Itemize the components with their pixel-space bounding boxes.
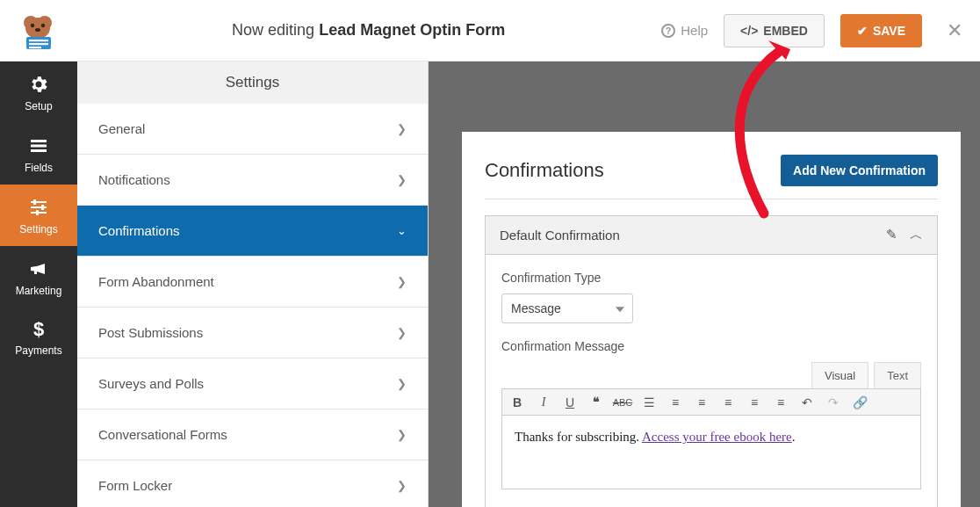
bullet-list-icon[interactable]: ☰ <box>641 395 657 409</box>
nav-fields[interactable]: Fields <box>0 123 77 185</box>
save-button[interactable]: ✔ SAVE <box>840 14 922 47</box>
message-link[interactable]: Access your free ebook here <box>642 430 792 444</box>
embed-button[interactable]: </> EMBED <box>724 14 825 47</box>
settings-item-label: Form Abandonment <box>98 274 214 289</box>
svg-rect-16 <box>33 199 36 205</box>
settings-item-form-abandonment[interactable]: Form Abandonment ❯ <box>77 257 428 308</box>
sliders-icon <box>28 197 49 218</box>
nav-marketing-label: Marketing <box>16 285 62 297</box>
collapse-icon[interactable]: ︿ <box>910 227 923 243</box>
confirmation-header[interactable]: Default Confirmation ✎ ︿ <box>486 216 937 255</box>
nav-setup[interactable]: Setup <box>0 62 77 123</box>
editing-title: Now editing Lead Magnet Optin Form <box>76 21 661 40</box>
settings-panel: Settings General ❯ Notifications ❯ Confi… <box>77 62 429 507</box>
settings-item-label: Surveys and Polls <box>98 376 204 391</box>
chevron-down-icon: ⌄ <box>397 224 407 237</box>
svg-point-3 <box>31 23 34 26</box>
edit-icon[interactable]: ✎ <box>886 227 897 243</box>
chevron-right-icon: ❯ <box>397 122 407 135</box>
bullhorn-icon <box>28 258 49 279</box>
align-left-icon[interactable]: ≡ <box>694 395 710 409</box>
svg-rect-14 <box>31 206 47 208</box>
svg-rect-18 <box>36 210 39 215</box>
italic-icon[interactable]: I <box>536 395 551 409</box>
message-suffix: . <box>792 430 796 444</box>
main-content: Confirmations Add New Confirmation Defau… <box>429 62 980 507</box>
chevron-right-icon: ❯ <box>397 326 407 339</box>
save-label: SAVE <box>873 24 905 38</box>
check-icon: ✔ <box>857 24 868 38</box>
settings-item-confirmations[interactable]: Confirmations ⌄ <box>77 206 428 257</box>
align-justify-icon[interactable]: ≡ <box>773 395 789 409</box>
bold-icon[interactable]: B <box>509 395 525 409</box>
svg-rect-7 <box>29 40 48 41</box>
strike-icon[interactable]: ABC <box>615 397 631 408</box>
settings-item-label: General <box>98 121 145 136</box>
svg-rect-13 <box>31 201 47 203</box>
help-link[interactable]: ? Help <box>661 23 708 38</box>
form-name: Lead Magnet Optin Form <box>319 21 505 39</box>
editing-label: Now editing <box>232 21 314 39</box>
confirmations-card: Confirmations Add New Confirmation Defau… <box>462 132 961 507</box>
settings-item-form-locker[interactable]: Form Locker ❯ <box>77 460 428 507</box>
nav-fields-label: Fields <box>25 162 53 174</box>
undo-icon[interactable]: ↶ <box>799 395 815 409</box>
nav-payments-label: Payments <box>15 344 61 357</box>
close-icon[interactable]: ✕ <box>947 19 962 42</box>
settings-item-post-submissions[interactable]: Post Submissions ❯ <box>77 308 428 359</box>
code-icon: </> <box>740 24 758 38</box>
svg-point-5 <box>35 28 40 32</box>
svg-rect-11 <box>31 145 47 148</box>
settings-item-notifications[interactable]: Notifications ❯ <box>77 155 428 206</box>
nav-setup-label: Setup <box>25 100 52 112</box>
nav-payments[interactable]: $ Payments <box>0 308 77 367</box>
align-center-icon[interactable]: ≡ <box>720 395 736 409</box>
confirmation-title: Default Confirmation <box>500 228 620 243</box>
embed-label: EMBED <box>763 24 808 38</box>
chevron-right-icon: ❯ <box>397 275 407 288</box>
svg-point-4 <box>41 23 45 26</box>
settings-item-label: Post Submissions <box>98 325 203 340</box>
underline-icon[interactable]: U <box>562 395 578 409</box>
confirmation-message-label: Confirmation Message <box>501 339 921 353</box>
help-icon: ? <box>661 24 675 38</box>
settings-list: General ❯ Notifications ❯ Confirmations … <box>77 104 428 507</box>
nav-settings[interactable]: Settings <box>0 185 77 246</box>
editor-tab-text[interactable]: Text <box>874 362 921 388</box>
gear-icon <box>28 74 49 95</box>
settings-item-general[interactable]: General ❯ <box>77 104 428 155</box>
settings-item-surveys-polls[interactable]: Surveys and Polls ❯ <box>77 359 428 409</box>
settings-item-label: Confirmations <box>98 223 180 238</box>
add-new-confirmation-button[interactable]: Add New Confirmation <box>781 155 938 186</box>
page-heading: Confirmations <box>485 159 604 182</box>
help-label: Help <box>681 23 708 38</box>
confirmation-type-select[interactable]: Message <box>501 293 633 323</box>
nav-marketing[interactable]: Marketing <box>0 246 77 308</box>
settings-item-label: Conversational Forms <box>98 427 227 442</box>
settings-item-label: Form Locker <box>98 478 172 493</box>
left-nav: Setup Fields Settings Marketing $ Paymen… <box>0 62 77 507</box>
dollar-icon: $ <box>33 320 44 339</box>
editor-tab-visual[interactable]: Visual <box>811 362 868 388</box>
link-icon[interactable]: 🔗 <box>852 395 868 409</box>
confirmation-box: Default Confirmation ✎ ︿ Confirmation Ty… <box>485 215 938 507</box>
editor-content[interactable]: Thanks for subscribing. Access your free… <box>501 416 921 489</box>
nav-settings-label: Settings <box>19 223 57 235</box>
list-icon <box>28 135 49 156</box>
redo-icon[interactable]: ↷ <box>825 395 841 409</box>
chevron-right-icon: ❯ <box>397 479 407 492</box>
numbered-list-icon[interactable]: ≡ <box>667 395 683 409</box>
svg-rect-10 <box>31 140 47 142</box>
chevron-right-icon: ❯ <box>397 377 407 390</box>
blockquote-icon[interactable]: ❝ <box>588 395 604 409</box>
rich-editor: Visual Text B I U ❝ ABC ☰ ≡ <box>501 362 921 489</box>
svg-rect-8 <box>29 43 48 45</box>
svg-rect-12 <box>31 149 47 152</box>
chevron-right-icon: ❯ <box>397 173 407 186</box>
svg-rect-9 <box>29 47 41 48</box>
align-right-icon[interactable]: ≡ <box>746 395 762 409</box>
svg-rect-17 <box>41 205 44 210</box>
chevron-right-icon: ❯ <box>397 428 407 441</box>
message-text: Thanks for subscribing. <box>515 430 642 444</box>
settings-item-conversational-forms[interactable]: Conversational Forms ❯ <box>77 409 428 460</box>
